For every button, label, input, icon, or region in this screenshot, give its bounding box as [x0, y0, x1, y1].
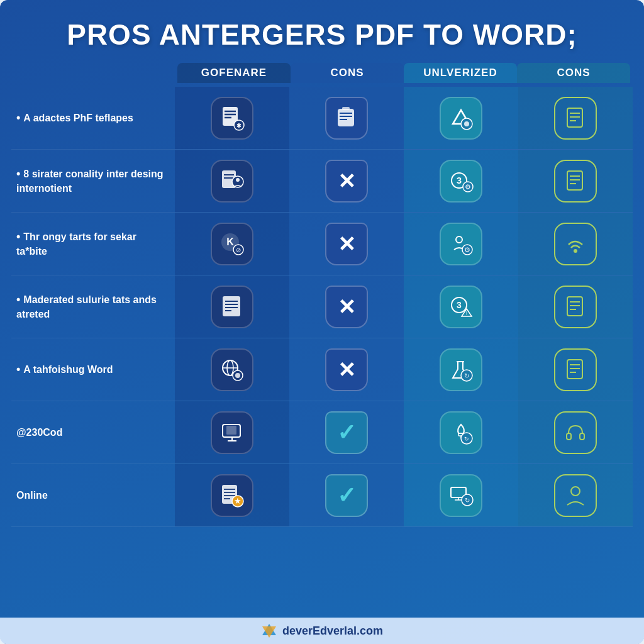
cell-2-2: ✕: [289, 150, 404, 212]
svg-text:✱: ✱: [236, 123, 242, 129]
svg-text:↻: ↻: [464, 436, 469, 442]
icon-person-gear: ⚙: [440, 223, 482, 265]
cell-3-1: K ⊘: [175, 213, 289, 275]
svg-rect-10: [342, 107, 350, 110]
icon-wifi-outline: [554, 223, 597, 265]
cell-5-2: ✕: [289, 338, 404, 401]
row-label-1: A adactes PhF teflapes: [11, 104, 175, 132]
svg-rect-39: [223, 296, 240, 316]
row-label-7: Online: [11, 481, 175, 509]
icon-3-gear: 3 ⚙: [440, 160, 482, 203]
svg-point-56: [235, 373, 240, 378]
icon-jar-doclines: [325, 97, 368, 140]
svg-text:↻: ↻: [465, 497, 470, 504]
svg-text:K: K: [226, 236, 234, 247]
cell-6-3: ↻: [404, 401, 518, 464]
table-row: 8 sirater conality inter desing internot…: [11, 150, 633, 213]
cell-5-4: [518, 338, 633, 401]
icon-globe: [211, 348, 253, 391]
row-label-5: A tahfoishug Word: [11, 355, 175, 384]
table-row: @230Cod ✓: [11, 401, 633, 464]
icon-doc-outline-4: [554, 348, 597, 391]
cell-1-3: [404, 87, 518, 149]
icon-headphones: [554, 411, 597, 454]
icon-triangle-circle: [440, 97, 482, 140]
svg-rect-73: [580, 433, 584, 440]
svg-rect-6: [338, 109, 354, 126]
cross-icon: ✕: [338, 231, 355, 257]
row-label-2: 8 sirater conality inter desing internot…: [11, 160, 175, 203]
row-label-4: Maderated sulurie tats ands atreted: [11, 286, 175, 328]
cell-7-4: [518, 464, 633, 526]
svg-rect-65: [226, 426, 236, 435]
icon-doc-lines: ✱: [211, 97, 253, 140]
cell-4-1: [175, 275, 289, 338]
cross-icon: ✕: [338, 294, 355, 319]
cross-icon: ✕: [338, 169, 355, 194]
table-row: A tahfoishug Word ✕: [11, 338, 633, 401]
svg-text:★: ★: [234, 496, 242, 506]
header-col4: CONS: [517, 63, 630, 83]
svg-text:⚙: ⚙: [464, 246, 470, 253]
cell-1-1: ✱: [175, 87, 289, 149]
icon-monitor-gear: ↻: [440, 474, 482, 517]
cell-2-1: [175, 150, 289, 212]
table-row: A adactes PhF teflapes ✱: [11, 87, 633, 150]
cell-6-4: [518, 401, 633, 464]
cell-7-1: ★: [175, 464, 289, 526]
cell-1-4: [518, 87, 633, 149]
icon-doc-outline-2: [554, 160, 597, 203]
icon-monitor: [211, 411, 253, 454]
cell-1-2: [289, 87, 404, 149]
icon-lamp: ↻: [440, 411, 482, 454]
table-row: Thr ongy tarts for sekar ta*bite K ⊘ ✕: [11, 213, 633, 275]
cross-icon: ✕: [338, 357, 355, 382]
icon-flask: ↻: [440, 348, 482, 391]
header-col2: CONS: [291, 63, 404, 83]
cell-7-2: ✓: [289, 464, 404, 526]
cell-2-3: 3 ⚙: [404, 150, 518, 212]
header-empty: [14, 63, 177, 83]
svg-text:↻: ↻: [464, 372, 469, 379]
svg-point-86: [571, 487, 580, 496]
page-title: PROS ANTERGERS PDF TO WORD;: [11, 11, 633, 63]
svg-text:3: 3: [457, 175, 462, 186]
check-icon: ✓: [337, 419, 356, 446]
icon-doc-star: ★: [211, 474, 253, 517]
table-header: GOFENARE CONS UNLVERIZED CONS: [11, 63, 633, 83]
icon-cross-1: ✕: [325, 160, 368, 203]
table-row: Maderated sulurie tats ands atreted: [11, 275, 633, 338]
icon-check-2: ✓: [325, 474, 368, 517]
svg-text:!: !: [466, 310, 468, 316]
header-col3: UNLVERIZED: [404, 63, 517, 83]
cell-3-4: [518, 213, 633, 275]
cell-5-1: [175, 338, 289, 401]
row-label-3: Thr ongy tarts for sekar ta*bite: [11, 223, 175, 265]
footer-logo: [261, 623, 277, 639]
svg-text:⚙: ⚙: [465, 183, 471, 191]
comparison-table: GOFENARE CONS UNLVERIZED CONS A adactes …: [11, 63, 633, 615]
svg-rect-72: [567, 433, 571, 440]
footer-text: deverEdverlal.com: [282, 625, 383, 638]
cell-4-2: ✕: [289, 275, 404, 338]
icon-cross-2: ✕: [325, 223, 368, 265]
svg-text:⊘: ⊘: [236, 247, 241, 253]
main-container: PROS ANTERGERS PDF TO WORD; GOFENARE CON…: [0, 0, 644, 644]
icon-doc-outline: [554, 97, 597, 140]
svg-point-13: [464, 121, 469, 126]
cell-3-2: ✕: [289, 213, 404, 275]
cell-6-2: ✓: [289, 401, 404, 464]
icon-doc-lines2: [211, 286, 253, 328]
cell-3-3: ⚙: [404, 213, 518, 275]
svg-point-22: [236, 178, 240, 182]
check-icon: ✓: [337, 482, 356, 509]
row-label-6: @230Cod: [11, 418, 175, 447]
icon-doc-outline-3: [554, 286, 597, 328]
footer: deverEdverlal.com: [0, 618, 644, 644]
icon-person: [554, 474, 597, 517]
cell-6-1: [175, 401, 289, 464]
header-col1: GOFENARE: [177, 63, 291, 83]
icon-3-warn: 3 !: [440, 286, 482, 328]
icon-cross-4: ✕: [325, 348, 368, 391]
svg-point-35: [456, 236, 462, 243]
